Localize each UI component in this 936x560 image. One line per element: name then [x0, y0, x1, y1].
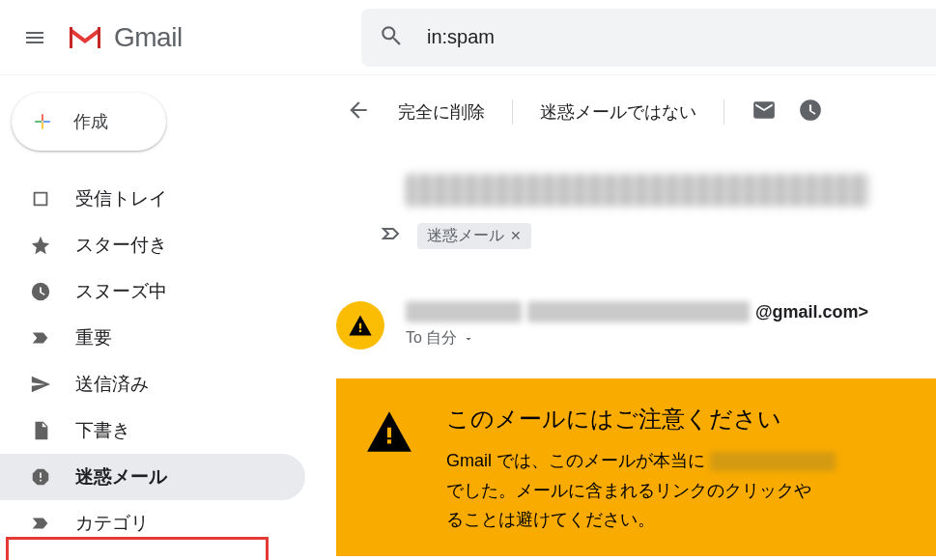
chevron-down-icon	[463, 333, 474, 345]
main-pane: 完全に削除 迷惑メールではない 迷惑メール ✕	[319, 75, 936, 556]
compose-button[interactable]: 作成	[12, 93, 166, 151]
warning-triangle-icon	[365, 407, 413, 460]
sender-row: @gmail.com> To 自分	[319, 301, 936, 350]
sidebar-item-categories[interactable]: カテゴリ	[0, 500, 305, 546]
warning-title: このメールにはご注意ください	[446, 404, 836, 434]
label-chip-spam[interactable]: 迷惑メール ✕	[417, 223, 531, 249]
search-icon[interactable]	[379, 23, 404, 52]
warning-content: このメールにはご注意ください Gmail では、このメールが本当に でした。メー…	[446, 404, 836, 535]
sidebar: 作成 受信トレイ スター付き スヌーズ中 重要 送信済み	[0, 75, 319, 556]
important-icon	[29, 326, 52, 350]
sidebar-item-label: スター付き	[75, 233, 167, 258]
sender-email-redacted	[527, 301, 750, 322]
star-icon	[29, 234, 52, 257]
mail-icon	[752, 98, 777, 123]
message-toolbar: 完全に削除 迷惑メールではない	[319, 89, 936, 135]
recipient-line[interactable]: To 自分	[406, 328, 868, 349]
arrow-left-icon	[346, 98, 371, 123]
spam-warning-banner: このメールにはご注意ください Gmail では、このメールが本当に でした。メー…	[336, 378, 936, 556]
divider	[723, 99, 724, 125]
category-icon	[29, 512, 52, 535]
search-input[interactable]	[425, 25, 811, 49]
sidebar-item-label: スヌーズ中	[75, 279, 167, 304]
search-bar[interactable]	[361, 9, 936, 67]
warning-redacted	[710, 452, 836, 471]
gmail-logo[interactable]: Gmail	[66, 22, 183, 53]
sidebar-item-inbox[interactable]: 受信トレイ	[0, 176, 305, 222]
labels-row: 迷惑メール ✕	[319, 222, 936, 249]
sidebar-item-label: 迷惑メール	[75, 464, 167, 490]
sender-avatar	[336, 301, 384, 350]
subject-text-redacted	[406, 174, 869, 207]
sender-info: @gmail.com> To 自分	[406, 301, 868, 349]
draft-icon	[29, 419, 52, 442]
snooze-button[interactable]	[798, 98, 823, 126]
warning-triangle-icon	[347, 312, 374, 339]
subject-row	[319, 174, 936, 207]
back-button[interactable]	[346, 98, 371, 126]
sidebar-item-starred[interactable]: スター付き	[0, 222, 305, 268]
not-spam-button[interactable]: 迷惑メールではない	[540, 100, 696, 124]
divider	[512, 99, 513, 125]
sidebar-item-label: 重要	[75, 325, 112, 350]
remove-label-button[interactable]: ✕	[510, 228, 522, 243]
sidebar-item-important[interactable]: 重要	[0, 315, 305, 361]
sender-email-suffix: @gmail.com>	[755, 302, 868, 322]
sidebar-item-sent[interactable]: 送信済み	[0, 361, 305, 407]
main-menu-button[interactable]	[12, 14, 58, 61]
inbox-icon	[29, 187, 52, 210]
warning-body: Gmail では、このメールが本当に でした。メールに含まれるリンクのクリックや…	[446, 446, 836, 535]
plus-icon	[29, 108, 56, 135]
sidebar-item-snoozed[interactable]: スヌーズ中	[0, 268, 305, 315]
nav-list: 受信トレイ スター付き スヌーズ中 重要 送信済み 下書き	[0, 176, 319, 546]
header: Gmail	[0, 0, 936, 75]
gmail-logo-text: Gmail	[114, 22, 183, 53]
sidebar-item-label: 受信トレイ	[75, 186, 167, 211]
to-text: To 自分	[406, 328, 457, 349]
sidebar-item-spam[interactable]: 迷惑メール	[0, 454, 305, 500]
hamburger-icon	[23, 26, 46, 49]
send-icon	[29, 373, 52, 396]
sidebar-item-label: 下書き	[75, 418, 130, 443]
sender-name-redacted	[406, 301, 522, 322]
label-arrow-icon	[381, 222, 404, 249]
spam-icon	[29, 465, 52, 489]
label-chip-text: 迷惑メール	[427, 226, 504, 246]
clock-icon	[798, 98, 823, 123]
sidebar-item-drafts[interactable]: 下書き	[0, 407, 305, 454]
warning-body-prefix: Gmail では、このメールが本当に	[446, 451, 710, 470]
delete-forever-button[interactable]: 完全に削除	[398, 100, 485, 124]
compose-label: 作成	[73, 110, 108, 133]
warning-body-rest: でした。メールに含まれるリンクのクリックや ることは避けてください。	[446, 481, 811, 530]
clock-icon	[29, 280, 52, 303]
sidebar-item-label: カテゴリ	[75, 511, 149, 536]
gmail-m-icon	[66, 23, 104, 52]
sender-line: @gmail.com>	[406, 301, 868, 322]
sidebar-item-label: 送信済み	[75, 372, 149, 397]
mark-unread-button[interactable]	[752, 98, 777, 126]
